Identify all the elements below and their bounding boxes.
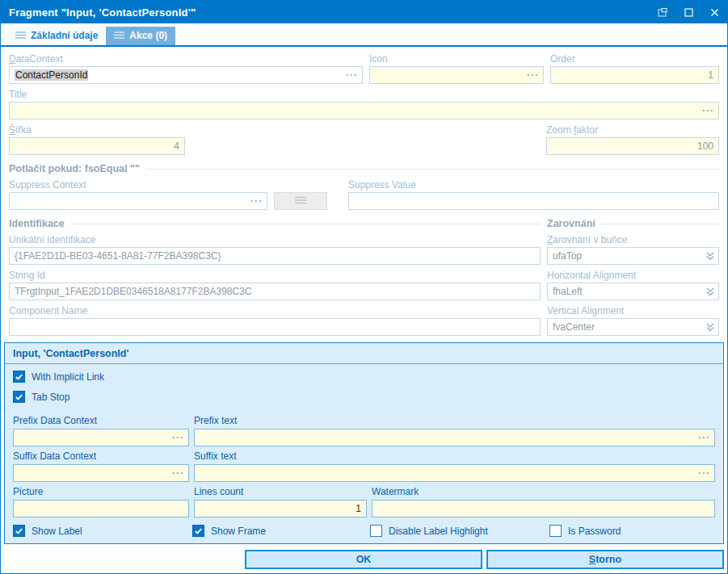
tab-stop-row: Tab Stop (13, 391, 715, 404)
prefix-data-context-input[interactable] (13, 429, 189, 446)
disable-label-highlight-label: Disable Label Highlight (389, 526, 488, 537)
dialog-buttons: OK Storno (4, 550, 724, 569)
checkbox-unchecked-icon (549, 525, 562, 537)
horizontal-align-select[interactable]: fhaLeft (547, 283, 719, 300)
check-icon (192, 525, 204, 537)
component-name-label: Component Name (9, 305, 541, 316)
input-group-body: With Implicit Link Tab Stop Prefix Data … (5, 364, 723, 543)
close-button[interactable] (701, 1, 727, 23)
prefix-text-label: Prefix text (194, 415, 715, 426)
tab-stop-label: Tab Stop (32, 392, 69, 403)
show-label-checkbox[interactable]: Show Label (13, 525, 192, 537)
form-basic-data: DataContext ContactPersonId ··· Icon ···… (1, 47, 727, 336)
tab-akce[interactable]: Akce (0) (106, 27, 175, 45)
window-controls (650, 1, 727, 23)
ellipsis-icon[interactable]: ··· (172, 432, 184, 443)
lines-count-input[interactable]: 1 (194, 500, 367, 517)
ellipsis-icon[interactable]: ··· (527, 69, 539, 81)
section-divider (146, 169, 719, 170)
tab-zakladni-udaje-label: Základní údaje (31, 30, 98, 41)
title-input[interactable] (9, 102, 719, 119)
form-row-width-zoom: Šířka 4 Zoom faktor 100 (9, 119, 719, 155)
zoom-factor-input[interactable]: 100 (546, 137, 719, 155)
vertical-align-select[interactable]: fvaCenter (547, 318, 719, 336)
prefix-data-context-label: Prefix Data Context (13, 415, 189, 426)
icon-input[interactable] (369, 66, 544, 84)
width-label: Šířka (9, 124, 185, 136)
storno-button[interactable]: Storno (486, 550, 724, 569)
window-title: Fragment "Input, 'ContactPersonId'" (9, 6, 196, 19)
hamburger-icon (15, 30, 26, 41)
width-input[interactable]: 4 (9, 137, 185, 155)
with-implicit-link-checkbox[interactable]: With Implicit Link (13, 371, 104, 383)
unique-id-input[interactable]: {1FAE2D1D-BE03-4651-8A81-77F2BA398C3C} (9, 247, 541, 265)
picture-label: Picture (13, 486, 189, 497)
suppress-context-input[interactable] (9, 192, 267, 210)
suffix-data-context-input[interactable] (13, 464, 189, 482)
vertical-align-label: Vertical Alignment (547, 305, 719, 316)
ellipsis-icon[interactable]: ··· (702, 105, 714, 116)
suppress-section-header: Potlačit pokud: fsoEqual "" (9, 163, 719, 174)
tab-zakladni-udaje[interactable]: Základní údaje (7, 27, 106, 45)
check-icon (13, 391, 25, 403)
maximize-button[interactable] (675, 1, 701, 23)
watermark-label: Watermark (372, 486, 715, 497)
identification-section-header: Identifikace (9, 218, 541, 229)
is-password-label: Is Password (568, 526, 621, 537)
order-label: Order (550, 53, 719, 65)
chevron-down-icon[interactable] (705, 321, 715, 333)
prefix-text-input[interactable] (194, 429, 715, 446)
suppress-menu-button[interactable] (274, 192, 327, 210)
chevron-down-icon[interactable] (705, 286, 715, 297)
picture-lines-watermark-row: Picture Lines count 1 Watermark (13, 482, 715, 517)
ellipsis-icon[interactable]: ··· (698, 432, 710, 443)
component-name-input[interactable] (9, 318, 541, 336)
with-implicit-link-label: With Implicit Link (32, 371, 104, 383)
suppress-section-title: Potlačit pokud: fsoEqual "" (9, 163, 140, 174)
form-row-title: Title ··· (9, 84, 719, 119)
string-id-label: String Id (9, 270, 541, 281)
ok-button[interactable]: OK (245, 550, 482, 569)
disable-label-highlight-checkbox[interactable]: Disable Label Highlight (370, 525, 549, 537)
horizontal-align-label: Horizontal Alignment (547, 270, 719, 281)
identification-alignment-columns: Identifikace Unikátní identifikace {1FAE… (9, 210, 719, 336)
ellipsis-icon[interactable]: ··· (346, 69, 358, 81)
check-icon (13, 371, 25, 383)
ellipsis-icon[interactable]: ··· (250, 195, 263, 207)
title-label: Title (9, 89, 719, 100)
hamburger-icon (114, 30, 124, 41)
alignment-section-header: Zarovnání (547, 218, 719, 229)
form-row-suppress: Suppress Context ··· Suppress Value (9, 174, 719, 210)
section-divider (71, 224, 541, 224)
suffix-text-input[interactable] (194, 464, 715, 482)
suppress-value-label: Suppress Value (348, 179, 719, 191)
order-input[interactable]: 1 (550, 66, 719, 84)
identification-column: Identifikace Unikátní identifikace {1FAE… (9, 210, 541, 336)
string-id-input[interactable]: TFrgtInput_1FAE2D1DBE0346518A8177F2BA398… (9, 283, 541, 300)
picture-input[interactable] (13, 500, 189, 517)
input-group-panel: Input, 'ContactPersonId' With Implicit L… (4, 342, 724, 544)
cell-align-select[interactable]: ufaTop (547, 247, 719, 265)
tab-stop-checkbox[interactable]: Tab Stop (13, 391, 69, 403)
ellipsis-icon[interactable]: ··· (698, 467, 710, 479)
dock-icon[interactable] (650, 1, 675, 23)
cell-align-label: Zarovnání v buňce (547, 234, 719, 245)
suffix-row: Suffix Data Context ··· Suffix text ··· (13, 446, 715, 482)
suppress-value-input[interactable] (348, 192, 719, 210)
show-frame-label: Show Frame (211, 526, 266, 537)
is-password-checkbox[interactable]: Is Password (549, 525, 715, 537)
show-frame-checkbox[interactable]: Show Frame (192, 525, 370, 537)
watermark-input[interactable] (372, 500, 715, 517)
with-implicit-link-row: With Implicit Link (13, 371, 715, 383)
chevron-down-icon[interactable] (705, 250, 715, 262)
tab-strip: Základní údaje Akce (0) (1, 23, 727, 47)
ellipsis-icon[interactable]: ··· (172, 467, 184, 479)
unique-id-label: Unikátní identifikace (9, 234, 541, 245)
lines-count-label: Lines count (194, 486, 367, 497)
checkbox-unchecked-icon (370, 525, 382, 537)
suppress-context-label: Suppress Context (9, 179, 267, 191)
titlebar: Fragment "Input, 'ContactPersonId'" (1, 1, 727, 23)
alignment-column: Zarovnání Zarovnání v buňce ufaTop Horiz… (547, 210, 719, 336)
datacontext-input[interactable]: ContactPersonId (9, 66, 363, 84)
identification-section-title: Identifikace (9, 218, 65, 229)
